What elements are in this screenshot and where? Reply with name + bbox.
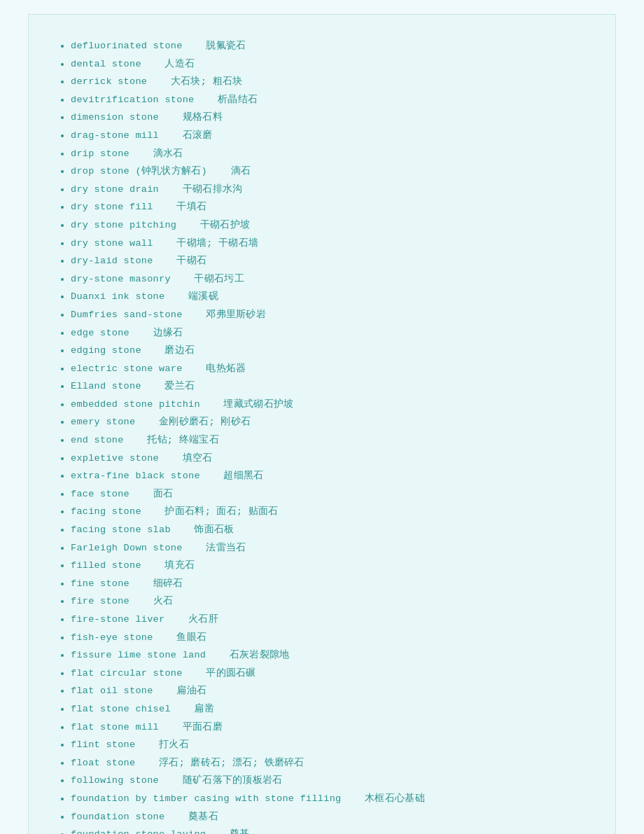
list-item: filled stone 填充石 xyxy=(71,558,587,574)
translation-text: 法雷当石 xyxy=(206,543,246,553)
list-item: expletive stone 填空石 xyxy=(71,451,587,466)
term-text: dry stone wall xyxy=(71,238,153,249)
translation-text: 磨边石 xyxy=(164,345,195,356)
list-item: edge stone 边缘石 xyxy=(71,326,587,341)
list-item: dry stone fill 干填石 xyxy=(71,200,587,215)
list-item: emery stone 金刚砂磨石; 刚砂石 xyxy=(71,415,587,430)
list-item: dry-laid stone 干砌石 xyxy=(71,253,587,269)
list-item: face stone 面石 xyxy=(71,487,587,502)
term-text: edging stone xyxy=(71,345,141,356)
term-text: dry stone pitching xyxy=(71,220,176,230)
term-text: end stone xyxy=(71,435,124,445)
term-text: facing stone slab xyxy=(71,524,171,535)
list-item: dry stone pitching 干砌石护坡 xyxy=(71,218,587,233)
term-text: fissure lime stone land xyxy=(71,650,206,660)
list-item: flint stone 打火石 xyxy=(71,737,587,753)
term-text: fire-stone liver xyxy=(71,614,164,625)
list-item: fissure lime stone land 石灰岩裂隙地 xyxy=(71,648,587,663)
main-content: defluorinated stone 脱氟瓷石dental stone 人造石… xyxy=(28,14,616,834)
term-text: Dumfries sand-stone xyxy=(71,310,183,320)
translation-text: 填空石 xyxy=(183,453,213,464)
term-text: dry-laid stone xyxy=(71,256,153,266)
term-text: defluorinated stone xyxy=(71,41,183,51)
list-item: defluorinated stone 脱氟瓷石 xyxy=(71,39,587,54)
translation-text: 鱼眼石 xyxy=(176,632,206,643)
list-item: Dumfries sand-stone 邓弗里斯砂岩 xyxy=(71,307,587,323)
list-item: drop stone (钟乳状方解石) 滴石 xyxy=(71,164,587,179)
list-item: dental stone 人造石 xyxy=(71,57,587,72)
term-text: derrick stone xyxy=(71,76,147,87)
term-text: dry-stone masonry xyxy=(71,274,171,284)
translation-text: 干砌墙; 干砌石墙 xyxy=(176,238,258,249)
list-item: dimension stone 规格石料 xyxy=(71,110,587,125)
term-text: flint stone xyxy=(71,739,135,750)
list-item: dry stone wall 干砌墙; 干砌石墙 xyxy=(71,236,587,251)
translation-text: 奠基 xyxy=(230,829,250,834)
term-text: extra-fine black stone xyxy=(71,471,200,481)
list-item: fish-eye stone 鱼眼石 xyxy=(71,630,587,646)
term-text: Elland stone xyxy=(71,381,141,391)
translation-text: 平面石磨 xyxy=(183,722,223,732)
translation-text: 干填石 xyxy=(176,202,206,212)
translation-text: 滴水石 xyxy=(153,148,183,159)
list-item: float stone 浮石; 磨砖石; 漂石; 铁磨碎石 xyxy=(71,756,587,771)
list-item: facing stone 护面石料; 面石; 贴面石 xyxy=(71,504,587,520)
translation-text: 打火石 xyxy=(159,739,189,750)
list-item: flat oil stone 扁油石 xyxy=(71,683,587,699)
translation-text: 石灰岩裂隙地 xyxy=(230,650,290,660)
translation-text: 金刚砂磨石; 刚砂石 xyxy=(159,417,251,427)
translation-text: 平的圆石碾 xyxy=(206,668,256,679)
list-item: Duanxi ink stone 端溪砚 xyxy=(71,289,587,305)
translation-text: 滴石 xyxy=(231,166,251,176)
term-text: fish-eye stone xyxy=(71,632,153,643)
list-item: foundation by timber casing with stone f… xyxy=(71,791,587,807)
translation-text: 细碎石 xyxy=(153,578,183,589)
list-item: drag-stone mill 石滚磨 xyxy=(71,128,587,144)
translation-text: 木框石心基础 xyxy=(365,793,425,804)
translation-text: 电热炻器 xyxy=(206,363,246,374)
translation-text: 石滚磨 xyxy=(183,130,213,141)
term-text: dental stone xyxy=(71,59,141,69)
term-text: Farleigh Down stone xyxy=(71,543,183,553)
list-item: Elland stone 爱兰石 xyxy=(71,379,587,394)
term-text: dry stone drain xyxy=(71,184,159,195)
translation-text: 干砌石护坡 xyxy=(200,220,251,230)
term-text: emery stone xyxy=(71,417,135,427)
term-text: drag-stone mill xyxy=(71,130,159,141)
list-item: dry stone drain 干砌石排水沟 xyxy=(71,182,587,197)
list-item: foundation stone 奠基石 xyxy=(71,809,587,825)
list-item: dry-stone masonry 干砌石圬工 xyxy=(71,272,587,287)
term-text: flat stone chisel xyxy=(71,704,171,714)
term-text: face stone xyxy=(71,489,130,499)
term-text: flat oil stone xyxy=(71,686,153,696)
translation-text: 托钻; 终端宝石 xyxy=(147,435,219,445)
term-text: drop stone (钟乳状方解石) xyxy=(71,166,207,176)
list-item: devitrification stone 析晶结石 xyxy=(71,92,587,108)
translation-text: 脱氟瓷石 xyxy=(206,41,246,51)
translation-text: 人造石 xyxy=(164,59,195,69)
list-item: flat circular stone 平的圆石碾 xyxy=(71,666,587,681)
translation-text: 大石块; 粗石块 xyxy=(171,76,243,87)
translation-text: 边缘石 xyxy=(153,328,183,338)
translation-text: 干砌石 xyxy=(176,256,206,266)
translation-text: 火石 xyxy=(153,596,174,606)
translation-text: 超细黑石 xyxy=(223,471,263,481)
translation-text: 火石肝 xyxy=(188,614,218,625)
translation-text: 护面石料; 面石; 贴面石 xyxy=(164,506,278,517)
list-item: fire-stone liver 火石肝 xyxy=(71,612,587,627)
list-item: facing stone slab 饰面石板 xyxy=(71,522,587,538)
list-item: derrick stone 大石块; 粗石块 xyxy=(71,74,587,90)
term-text: expletive stone xyxy=(71,453,159,464)
list-item: flat stone mill 平面石磨 xyxy=(71,720,587,735)
translation-text: 饰面石板 xyxy=(194,524,234,535)
term-text: foundation stone xyxy=(71,812,164,822)
list-item: Farleigh Down stone 法雷当石 xyxy=(71,541,587,556)
term-text: Duanxi ink stone xyxy=(71,291,164,302)
term-text: dry stone fill xyxy=(71,202,153,212)
term-text: flat stone mill xyxy=(71,722,159,732)
translation-text: 随矿石落下的顶板岩石 xyxy=(183,775,283,786)
dictionary-list: defluorinated stone 脱氟瓷石dental stone 人造石… xyxy=(57,39,587,834)
term-text: devitrification stone xyxy=(71,95,194,105)
list-item: extra-fine black stone 超细黑石 xyxy=(71,468,587,484)
list-item: electric stone ware 电热炻器 xyxy=(71,361,587,377)
